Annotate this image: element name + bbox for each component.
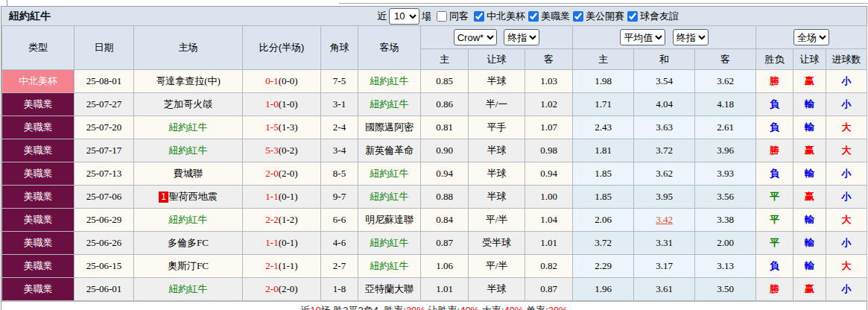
result-cell: 勝 (756, 278, 793, 301)
corner-cell: 9-7 (321, 186, 358, 209)
away-team-cell[interactable]: 紐約紅牛 (358, 232, 421, 255)
date-cell: 25-07-13 (75, 162, 134, 186)
goals-cell: 小 (826, 232, 867, 255)
odds-link[interactable]: 3.42 (656, 214, 673, 225)
home-team-cell[interactable]: 紐約紅牛 (134, 139, 243, 162)
league-filter[interactable]: 美公開賽 (570, 10, 624, 23)
league-filters: 中北美杯美職業美公開賽球會友誼 (471, 10, 679, 23)
match-row: 美職業25-07-13費城聯2-0(2-0)8-5紐約紅牛0.94半球0.941… (2, 162, 867, 186)
home-team-cell[interactable]: 紐約紅牛 (134, 209, 243, 232)
score-cell: 1-1(0-1) (243, 232, 321, 255)
same-away-label: 同客 (449, 10, 469, 23)
home-team-cell[interactable]: 紐約紅牛 (134, 278, 243, 301)
home-team-cell[interactable]: 紐約紅牛 (134, 116, 243, 139)
same-away-checkbox[interactable] (437, 11, 447, 22)
away-team-cell[interactable]: 紐約紅牛 (358, 70, 421, 93)
match-row: 美職業25-06-29紐約紅牛2-2(1-2)6-6明尼蘇達聯0.84平/半1.… (2, 209, 867, 232)
away-odds-cell: 1.03 (525, 70, 573, 93)
col-header-goals: 进球数 (826, 49, 867, 70)
away-odds-cell: 0.98 (525, 139, 573, 162)
handicap-result-cell: 輸 (793, 209, 826, 232)
league-cell: 美職業 (2, 162, 75, 186)
bookmaker-line-select[interactable]: 终指 (504, 29, 539, 45)
league-cell: 美職業 (2, 209, 75, 232)
avg-home-cell: 1.85 (573, 162, 634, 186)
avg-draw-cell[interactable]: 3.42 (634, 209, 695, 232)
league-cell: 美職業 (2, 278, 75, 301)
away-team-cell[interactable]: 紐約紅牛 (358, 93, 421, 116)
avg-home-cell: 1.98 (573, 70, 634, 93)
match-row: 美職業25-07-17紐約紅牛5-3(0-2)3-4新英倫革命0.90半球0.9… (2, 139, 867, 162)
matches-table: 类型 日期 主场 比分(半场) 角球 客场 Crow* 终指 平均值 终指 全场 (1, 25, 867, 301)
handicap-result-cell: 輸 (793, 116, 826, 139)
league-cell: 美職業 (2, 186, 75, 209)
handicap-result-cell: 輸 (793, 232, 826, 255)
away-team-cell[interactable]: 紐約紅牛 (358, 186, 421, 209)
col-header-avg-away: 客 (695, 49, 756, 70)
same-away-filter[interactable]: 同客 (434, 10, 469, 23)
league-checkbox[interactable] (627, 11, 638, 22)
away-team-cell[interactable]: 國際邁阿密 (358, 116, 421, 139)
corner-cell: 2-7 (321, 255, 358, 278)
away-odds-cell: 1.00 (525, 186, 573, 209)
avg-away-cell: 3.56 (695, 186, 756, 209)
col-header-type: 类型 (2, 26, 75, 70)
avg-draw-cell: 3.54 (634, 70, 695, 93)
goals-cell: 大 (826, 116, 867, 139)
result-cell: 勝 (756, 70, 793, 93)
cropped-top-strip (0, 0, 868, 6)
home-team-cell[interactable]: 哥達拿查拉(中) (134, 70, 243, 93)
recent-count-select[interactable]: 10 (389, 8, 419, 25)
home-team-cell[interactable]: 芝加哥火燄 (134, 93, 243, 116)
league-checkbox[interactable] (528, 11, 539, 22)
home-team-cell[interactable]: 多倫多FC (134, 232, 243, 255)
summary-text: 近10场,胜3平3负4, 胜率:30% 让胜率:40% 大率:40% 单率:30… (300, 305, 567, 310)
date-cell: 25-06-26 (75, 232, 134, 255)
score-cell: 2-1(1-1) (243, 255, 321, 278)
date-cell: 25-08-01 (75, 70, 134, 93)
match-row: 中北美杯25-08-01哥達拿查拉(中)0-1(0-0)7-5紐約紅牛0.85半… (2, 70, 867, 93)
avg-away-cell: 3.96 (695, 139, 756, 162)
league-checkbox[interactable] (573, 11, 583, 22)
home-team-cell[interactable]: 1聖荷西地震 (134, 186, 243, 209)
avg-draw-cell: 4.04 (634, 93, 695, 116)
league-filter[interactable]: 球會友誼 (624, 10, 679, 23)
col-header-handicap-result: 让球 (793, 49, 826, 70)
col-header-corner: 角球 (321, 26, 358, 70)
goals-cell: 小 (826, 186, 867, 209)
league-cell: 中北美杯 (2, 70, 75, 93)
result-cell: 平 (756, 186, 793, 209)
league-checkbox[interactable] (474, 11, 484, 22)
league-filter[interactable]: 美職業 (525, 10, 570, 23)
goals-cell: 小 (826, 278, 867, 301)
away-team-cell[interactable]: 明尼蘇達聯 (358, 209, 421, 232)
away-team-cell[interactable]: 亞特蘭大聯 (358, 278, 421, 301)
away-team-cell[interactable]: 新英倫革命 (358, 139, 421, 162)
col-header-result: 胜负 (756, 49, 793, 70)
titlebar: 紐約紅牛 近 10 場 同客 中北美杯美職業美公開賽球會友誼 (1, 7, 867, 25)
average-line-select[interactable]: 终指 (673, 29, 709, 45)
average-select[interactable]: 平均值 (620, 29, 665, 45)
home-odds-cell: 1.06 (421, 255, 469, 278)
goals-cell: 小 (826, 93, 867, 116)
home-odds-cell: 0.90 (421, 139, 469, 162)
col-header-score: 比分(半场) (243, 26, 321, 70)
home-team-cell[interactable]: 奧斯汀FC (134, 255, 243, 278)
avg-away-cell: 3.93 (695, 162, 756, 186)
scope-select[interactable]: 全场 (793, 29, 829, 45)
handicap-result-cell: 輸 (793, 162, 826, 186)
bookmaker-select[interactable]: Crow* (454, 29, 497, 45)
away-team-cell[interactable]: 紐約紅牛 (358, 162, 421, 186)
home-odds-cell: 0.84 (421, 209, 469, 232)
league-filter[interactable]: 中北美杯 (471, 10, 525, 23)
away-odds-cell: 0.87 (525, 278, 573, 301)
home-odds-cell: 0.85 (421, 70, 469, 93)
score-cell: 2-2(1-2) (243, 209, 321, 232)
home-team-cell[interactable]: 費城聯 (134, 162, 243, 186)
avg-away-cell: 2.61 (695, 116, 756, 139)
home-odds-cell: 0.87 (421, 232, 469, 255)
date-cell: 25-06-15 (75, 255, 134, 278)
away-team-cell[interactable]: 紐約紅牛 (358, 255, 421, 278)
league-cell: 美職業 (2, 93, 75, 116)
result-cell: 平 (756, 232, 793, 255)
